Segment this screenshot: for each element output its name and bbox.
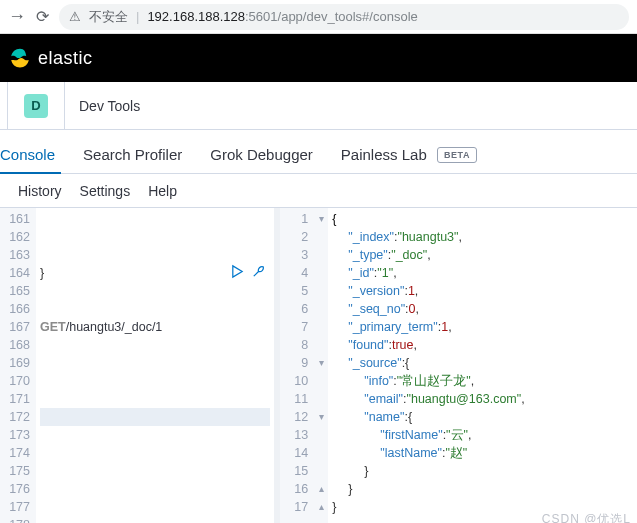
request-code[interactable]: }GET /huangtu3/_doc/1 [36, 208, 274, 523]
insecure-label: 不安全 [89, 8, 128, 26]
breadcrumb-devtools[interactable]: Dev Tools [65, 98, 154, 114]
subtab-settings[interactable]: Settings [80, 183, 131, 199]
breadcrumb: D Dev Tools [0, 82, 637, 130]
response-gutter: 1234567891011121314151617 [280, 208, 314, 523]
brand-label: elastic [38, 48, 93, 69]
browser-bar: → ⟳ ⚠ 不安全 | 192.168.188.128:5601/app/dev… [0, 0, 637, 34]
response-code[interactable]: {"_index" : "huangtu3","_type" : "_doc",… [328, 208, 637, 523]
response-pane[interactable]: 1234567891011121314151617 ▾▾▾▴▴ {"_index… [280, 208, 637, 523]
nav-toggle-edge[interactable] [0, 82, 8, 130]
forward-icon[interactable]: → [8, 6, 26, 27]
beta-badge: BETA [437, 147, 477, 163]
elastic-logo-icon [10, 48, 30, 68]
subtab-help[interactable]: Help [148, 183, 177, 199]
run-icon[interactable] [230, 264, 245, 279]
tab-search-profiler[interactable]: Search Profiler [83, 146, 198, 173]
fold-gutter: ▾▾▾▴▴ [314, 208, 328, 523]
request-pane[interactable]: 1611621631641651661671681691701711721731… [0, 208, 280, 523]
tab-painless-lab[interactable]: Painless Lab BETA [341, 146, 493, 173]
url-box[interactable]: ⚠ 不安全 | 192.168.188.128:5601/app/dev_too… [59, 4, 629, 30]
request-actions [230, 264, 266, 279]
tabs: Console Search Profiler Grok Debugger Pa… [0, 130, 637, 174]
request-gutter: 1611621631641651661671681691701711721731… [0, 208, 36, 523]
tab-console[interactable]: Console [0, 146, 71, 173]
elastic-header: elastic [0, 34, 637, 82]
insecure-icon: ⚠ [69, 9, 81, 24]
reload-icon[interactable]: ⟳ [36, 7, 49, 26]
subtab-history[interactable]: History [18, 183, 62, 199]
space-badge[interactable]: D [24, 94, 48, 118]
editor-wrap: 1611621631641651661671681691701711721731… [0, 208, 637, 523]
subtabs: History Settings Help [0, 174, 637, 208]
url-text: 192.168.188.128:5601/app/dev_tools#/cons… [147, 9, 417, 24]
wrench-icon[interactable] [251, 264, 266, 279]
tab-grok-debugger[interactable]: Grok Debugger [210, 146, 329, 173]
